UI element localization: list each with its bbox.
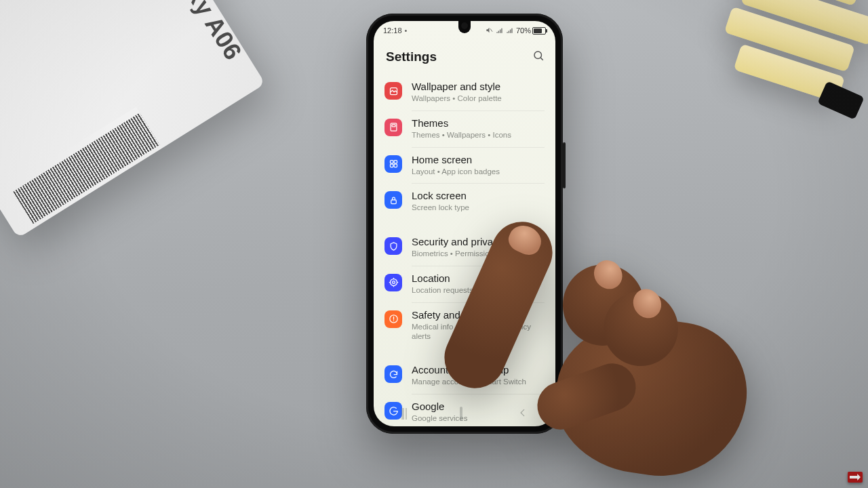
wallpaper-icon [384, 82, 402, 100]
settings-row-security[interactable]: Security and privacyBiometrics • Permiss… [378, 229, 551, 266]
row-title: Wallpaper and style [412, 81, 543, 93]
settings-row-lock[interactable]: Lock screenScreen lock type [378, 183, 551, 220]
row-text: LocationLocation requests [412, 272, 543, 296]
page-title: Settings [386, 49, 437, 64]
svg-point-1 [534, 52, 542, 59]
android-nav-bar [374, 402, 555, 426]
shield-icon [384, 237, 402, 255]
status-misc-icon: • [405, 26, 408, 35]
themes-icon [384, 119, 402, 136]
settings-row-safety[interactable]: Safety and emergencyMedical info • Wirel… [378, 302, 551, 348]
app-bar: Settings [374, 40, 555, 74]
home-icon [460, 407, 462, 421]
row-title: Themes [412, 117, 543, 129]
signal2-icon [506, 26, 513, 35]
home-icon [384, 155, 402, 173]
recents-icon [401, 408, 404, 420]
row-subtitle: Biometrics • Permission manager [412, 249, 543, 259]
mute-icon [486, 26, 493, 35]
camera-notch [458, 21, 471, 33]
row-subtitle: Layout • App icon badges [412, 167, 543, 177]
box-stripe [0, 0, 127, 18]
settings-row-themes[interactable]: ThemesThemes • Wallpapers • Icons [378, 110, 551, 147]
scene-desk: SAMSUNG Galaxy A06 12:18 • [0, 0, 868, 488]
svg-line-0 [490, 28, 492, 32]
svg-line-2 [540, 58, 542, 60]
box-barcode [9, 107, 160, 224]
signal-icon [496, 26, 503, 35]
settings-row-home[interactable]: Home screenLayout • App icon badges [378, 147, 551, 184]
row-subtitle: Wallpapers • Color palette [412, 94, 543, 104]
back-icon [518, 408, 528, 418]
row-text: Accounts and backupManage accounts • Sma… [412, 364, 543, 387]
settings-group: Wallpaper and styleWallpapers • Color pa… [378, 74, 551, 220]
battery-indicator: 70% [516, 26, 546, 35]
phone-frame: 12:18 • 70% [366, 14, 563, 434]
row-subtitle: Manage accounts • Smart Switch [412, 378, 543, 387]
battery-percent: 70% [516, 26, 531, 35]
status-time: 12:18 [383, 26, 402, 35]
sync-icon [384, 365, 402, 383]
settings-list[interactable]: Wallpaper and styleWallpapers • Color pa… [374, 74, 555, 426]
row-title: Location [412, 272, 543, 285]
location-icon [384, 274, 402, 291]
nav-home-button[interactable] [460, 408, 462, 420]
wood-prop [700, 0, 868, 139]
row-subtitle: Themes • Wallpapers • Icons [412, 131, 543, 140]
phone-side-button [563, 142, 566, 188]
row-subtitle: Medical info • Wireless emergency alerts [412, 323, 543, 342]
box-brand-label: Galaxy A06 [153, 0, 248, 65]
sos-icon [384, 310, 402, 328]
search-button[interactable] [532, 49, 545, 64]
row-text: Security and privacyBiometrics • Permiss… [412, 236, 543, 259]
row-title: Accounts and backup [412, 364, 543, 376]
row-subtitle: Location requests [412, 286, 543, 296]
row-text: ThemesThemes • Wallpapers • Icons [412, 117, 543, 140]
battery-icon [532, 27, 546, 35]
settings-group: Security and privacyBiometrics • Permiss… [378, 229, 551, 348]
row-text: Lock screenScreen lock type [412, 190, 543, 213]
settings-row-location[interactable]: LocationLocation requests [378, 266, 551, 302]
row-title: Security and privacy [412, 236, 543, 248]
row-title: Safety and emergency [412, 309, 543, 321]
product-box: SAMSUNG Galaxy A06 [0, 0, 265, 238]
nav-back-button[interactable] [518, 408, 528, 420]
lock-icon [384, 191, 402, 209]
row-title: Lock screen [412, 190, 543, 202]
row-subtitle: Screen lock type [412, 203, 543, 213]
channel-watermark [848, 472, 863, 483]
row-text: Safety and emergencyMedical info • Wirel… [412, 309, 543, 342]
row-text: Home screenLayout • App icon badges [412, 154, 543, 177]
nav-recents-button[interactable] [401, 408, 404, 420]
row-title: Home screen [412, 154, 543, 166]
phone-screen: 12:18 • 70% [374, 21, 555, 426]
settings-row-accounts[interactable]: Accounts and backupManage accounts • Sma… [378, 357, 551, 394]
search-icon [532, 49, 545, 62]
row-text: Wallpaper and styleWallpapers • Color pa… [412, 81, 543, 104]
settings-row-wallpaper[interactable]: Wallpaper and styleWallpapers • Color pa… [378, 74, 551, 110]
